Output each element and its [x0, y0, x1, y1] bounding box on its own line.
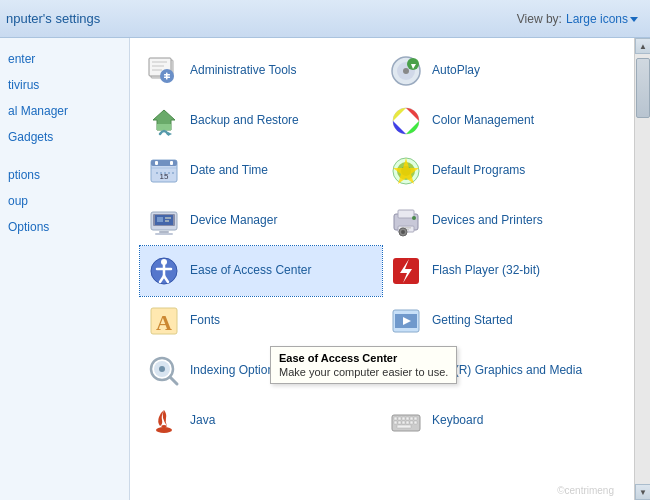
- default-programs-label: Default Programs: [432, 163, 525, 179]
- device-manager-label: Device Manager: [190, 213, 277, 229]
- svg-rect-83: [414, 421, 417, 424]
- java-icon: [146, 403, 182, 439]
- device-manager-icon: [146, 203, 182, 239]
- svg-rect-74: [402, 417, 405, 420]
- cp-item-backup[interactable]: Backup and Restore: [140, 96, 382, 146]
- svg-text:Intel: Intel: [397, 369, 411, 376]
- datetime-icon: 15: [146, 153, 182, 189]
- top-bar: nputer's settings View by: Large icons: [0, 0, 650, 38]
- svg-rect-18: [155, 161, 158, 165]
- svg-rect-77: [414, 417, 417, 420]
- indexing-label: Indexing Options: [190, 363, 280, 379]
- cp-item-default-programs[interactable]: Default Programs: [382, 146, 624, 196]
- svg-line-61: [170, 377, 177, 384]
- admin-tools-icon: [146, 53, 182, 89]
- sidebar-item-6[interactable]: oup: [0, 188, 129, 214]
- main-layout: enter tivirus al Manager Gadgets ptions …: [0, 38, 650, 500]
- intel-icon: Intel: [388, 353, 424, 389]
- cp-item-devices-printers[interactable]: Devices and Printers: [382, 196, 624, 246]
- admin-tools-label: Administrative Tools: [190, 63, 297, 79]
- svg-point-62: [159, 366, 165, 372]
- svg-rect-73: [398, 417, 401, 420]
- intel-label: Intel(R) Graphics and Media: [432, 363, 582, 379]
- svg-rect-19: [170, 161, 173, 165]
- sidebar-item-1[interactable]: tivirus: [0, 72, 129, 98]
- getting-started-icon: [388, 303, 424, 339]
- svg-rect-65: [397, 380, 400, 383]
- autoplay-icon: [388, 53, 424, 89]
- sidebar-item-7[interactable]: Options: [0, 214, 129, 240]
- svg-rect-32: [159, 231, 169, 233]
- backup-label: Backup and Restore: [190, 113, 299, 129]
- indexing-icon: [146, 353, 182, 389]
- autoplay-label: AutoPlay: [432, 63, 480, 79]
- svg-rect-82: [410, 421, 413, 424]
- cp-item-fonts[interactable]: A Fonts: [140, 296, 382, 346]
- svg-point-25: [168, 172, 170, 174]
- scroll-up-arrow[interactable]: ▲: [635, 38, 650, 54]
- svg-rect-37: [165, 220, 169, 222]
- view-by-value[interactable]: Large icons: [566, 12, 638, 26]
- datetime-label: Date and Time: [190, 163, 268, 179]
- cp-item-intel[interactable]: Intel Intel(R) Graphics and Media: [382, 346, 624, 396]
- svg-rect-67: [405, 380, 408, 383]
- devices-printers-label: Devices and Printers: [432, 213, 543, 229]
- ease-of-access-label: Ease of Access Center: [190, 263, 311, 279]
- svg-rect-39: [398, 210, 414, 218]
- svg-rect-36: [165, 217, 171, 219]
- sidebar-item-0[interactable]: enter: [0, 46, 129, 72]
- sidebar-item-2[interactable]: al Manager: [0, 98, 129, 124]
- sidebar-item-5[interactable]: ptions: [0, 162, 129, 188]
- page-title: nputer's settings: [6, 11, 100, 26]
- fonts-icon: A: [146, 303, 182, 339]
- chevron-down-icon: [630, 17, 638, 22]
- keyboard-icon: [388, 403, 424, 439]
- scrollbar: ▲ ▼: [634, 38, 650, 500]
- items-grid: Administrative Tools AutoPlay: [140, 46, 624, 446]
- scrollbar-thumb[interactable]: [636, 58, 650, 118]
- svg-text:A: A: [156, 310, 172, 335]
- svg-point-43: [412, 216, 416, 220]
- color-mgmt-label: Color Management: [432, 113, 534, 129]
- flash-icon: [388, 253, 424, 289]
- svg-rect-33: [155, 233, 173, 235]
- scroll-down-arrow[interactable]: ▼: [635, 484, 650, 500]
- cp-item-color-mgmt[interactable]: Color Management: [382, 96, 624, 146]
- svg-rect-4: [152, 69, 162, 71]
- ease-of-access-icon: [146, 253, 182, 289]
- java-label: Java: [190, 413, 215, 429]
- color-mgmt-icon: [388, 103, 424, 139]
- default-programs-icon: [388, 153, 424, 189]
- svg-rect-66: [401, 380, 404, 383]
- svg-rect-2: [152, 61, 167, 63]
- svg-rect-17: [151, 160, 177, 166]
- cp-item-getting-started[interactable]: Getting Started: [382, 296, 624, 346]
- svg-rect-75: [406, 417, 409, 420]
- svg-rect-79: [398, 421, 401, 424]
- fonts-label: Fonts: [190, 313, 220, 329]
- svg-point-15: [401, 116, 411, 126]
- cp-item-datetime[interactable]: 15 Date and Time: [140, 146, 382, 196]
- cp-item-flash[interactable]: Flash Player (32-bit): [382, 246, 624, 296]
- svg-point-23: [160, 172, 162, 174]
- svg-point-24: [164, 172, 166, 174]
- watermark: ©centrimeng: [557, 485, 614, 496]
- cp-item-indexing[interactable]: Indexing Options: [140, 346, 382, 396]
- svg-point-11: [403, 68, 409, 74]
- cp-item-autoplay[interactable]: AutoPlay: [382, 46, 624, 96]
- svg-rect-81: [406, 421, 409, 424]
- content-area: Administrative Tools AutoPlay: [130, 38, 634, 500]
- cp-item-device-manager[interactable]: Device Manager: [140, 196, 382, 246]
- view-by-label: View by:: [517, 12, 562, 26]
- sidebar-item-3[interactable]: Gadgets: [0, 124, 129, 150]
- cp-item-keyboard[interactable]: Keyboard: [382, 396, 624, 446]
- svg-point-45: [401, 230, 405, 234]
- svg-rect-72: [394, 417, 397, 420]
- cp-item-java[interactable]: Java: [140, 396, 382, 446]
- cp-item-admin-tools[interactable]: Administrative Tools: [140, 46, 382, 96]
- cp-item-ease-of-access[interactable]: Ease of Access Center: [140, 246, 382, 296]
- svg-rect-68: [409, 380, 412, 383]
- sidebar-item-4[interactable]: [0, 150, 129, 162]
- svg-rect-84: [397, 425, 411, 428]
- svg-point-22: [156, 172, 158, 174]
